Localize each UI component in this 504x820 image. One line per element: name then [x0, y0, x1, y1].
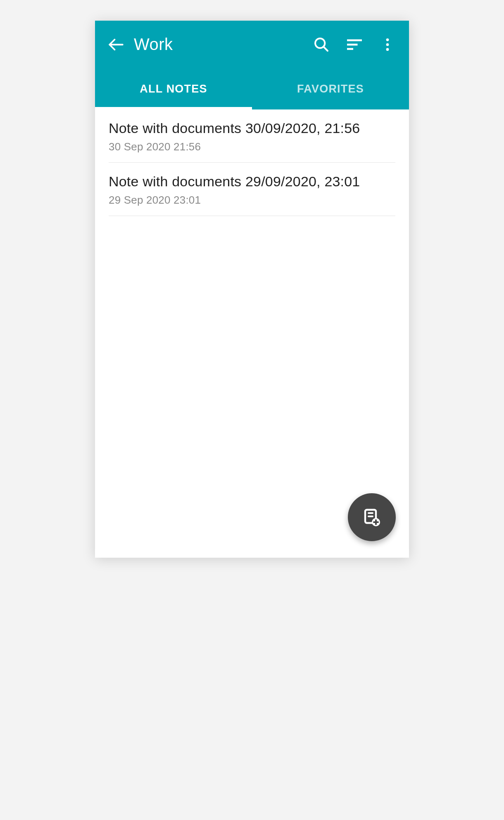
svg-line-2	[323, 47, 328, 51]
search-button[interactable]	[308, 31, 335, 58]
app-bar: Work	[95, 21, 409, 68]
add-note-fab[interactable]	[348, 493, 396, 541]
sort-icon	[346, 36, 363, 53]
svg-point-6	[386, 38, 389, 41]
tabs-bar: ALL NOTES FAVORITES	[95, 68, 409, 109]
back-button[interactable]	[106, 34, 126, 55]
note-title: Note with documents 30/09/2020, 21:56	[109, 120, 395, 136]
add-note-icon	[362, 507, 382, 527]
app-frame: Work ALL NOTES FAVORITES	[95, 21, 409, 558]
svg-point-8	[386, 48, 389, 51]
more-options-button[interactable]	[374, 31, 401, 58]
page-title: Work	[134, 35, 302, 54]
tab-all-notes[interactable]: ALL NOTES	[95, 68, 252, 109]
search-icon	[313, 36, 330, 53]
back-arrow-icon	[107, 36, 125, 53]
note-date: 30 Sep 2020 21:56	[109, 140, 395, 153]
tab-favorites[interactable]: FAVORITES	[252, 68, 409, 109]
notes-list: Note with documents 30/09/2020, 21:56 30…	[95, 109, 409, 216]
note-date: 29 Sep 2020 23:01	[109, 194, 395, 207]
svg-point-7	[386, 43, 389, 46]
note-title: Note with documents 29/09/2020, 23:01	[109, 174, 395, 190]
note-list-item[interactable]: Note with documents 30/09/2020, 21:56 30…	[109, 109, 395, 163]
more-vertical-icon	[379, 36, 396, 53]
sort-button[interactable]	[341, 31, 368, 58]
note-list-item[interactable]: Note with documents 29/09/2020, 23:01 29…	[109, 163, 395, 216]
